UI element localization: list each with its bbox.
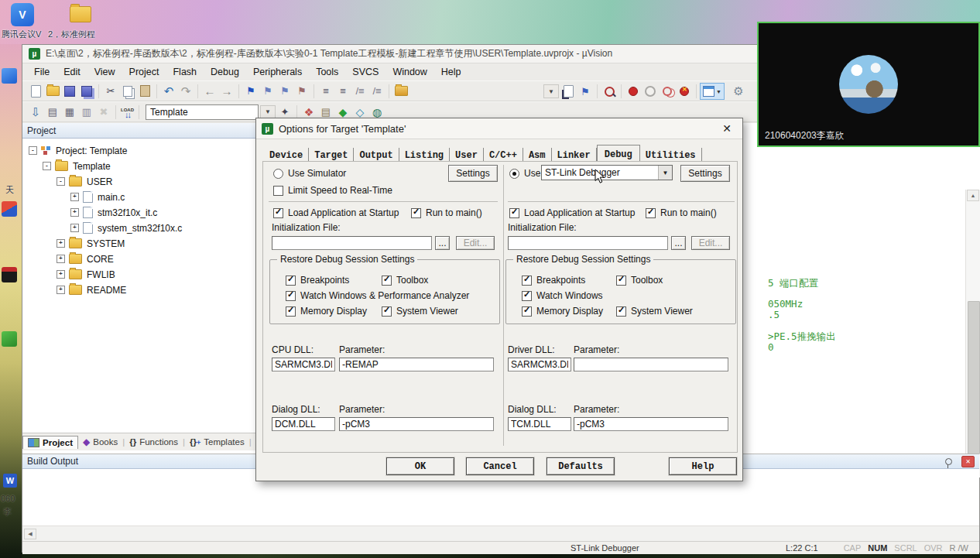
simulator-settings-button[interactable]: Settings xyxy=(448,165,498,182)
desktop-shortcut-icon[interactable] xyxy=(2,201,17,217)
tree-item-main-c[interactable]: + main.c xyxy=(70,190,125,204)
menu-debug[interactable]: Debug xyxy=(204,65,246,79)
tab-functions[interactable]: {} Functions xyxy=(125,436,183,448)
expand-expander[interactable]: + xyxy=(70,224,79,232)
bookmark-clear-all-icon[interactable]: ⚑ xyxy=(294,84,310,99)
collapse-expander[interactable]: - xyxy=(29,146,37,155)
edit-button-right[interactable]: Edit... xyxy=(691,236,730,250)
combobox-dropdown-icon[interactable]: ▼ xyxy=(658,166,672,180)
paste-icon[interactable] xyxy=(137,84,152,99)
uncomment-icon[interactable]: /≡ xyxy=(369,84,385,99)
save-all-icon[interactable] xyxy=(79,84,94,99)
tree-item-system-group[interactable]: + SYSTEM xyxy=(57,236,125,251)
file-search-icon[interactable] xyxy=(560,84,576,99)
desktop-shortcut-icon[interactable] xyxy=(2,68,17,84)
menu-edit[interactable]: Edit xyxy=(57,65,87,79)
use-simulator-radio[interactable]: Use Simulator xyxy=(273,168,346,179)
target-dropdown-arrow-icon[interactable]: ▼ xyxy=(260,105,276,119)
expand-expander[interactable]: + xyxy=(57,270,65,279)
breakpoint-disable-all-icon[interactable] xyxy=(660,84,675,99)
build-output-horizontal-scrollbar[interactable]: ◀ xyxy=(22,525,979,542)
find-in-files-icon[interactable] xyxy=(393,84,409,99)
browse-button-right[interactable]: ... xyxy=(671,236,686,250)
menu-view[interactable]: View xyxy=(87,65,122,79)
driver-dll-input[interactable] xyxy=(508,358,571,371)
cpu-parameter-input[interactable] xyxy=(339,358,494,371)
ok-button[interactable]: OK xyxy=(386,457,454,475)
translate-icon[interactable]: ⇩ xyxy=(28,104,43,120)
stop-build-icon[interactable]: ✖ xyxy=(96,104,111,120)
menu-svcs[interactable]: SVCS xyxy=(345,65,385,79)
expand-expander[interactable]: + xyxy=(70,193,79,201)
dropdown-arrow-icon[interactable]: ▼ xyxy=(543,84,559,98)
pin-icon[interactable] xyxy=(945,458,952,465)
defaults-button[interactable]: Defaults xyxy=(547,457,615,475)
menu-window[interactable]: Window xyxy=(385,65,433,79)
toolbox-checkbox-left[interactable]: Toolbox xyxy=(382,275,428,286)
indent-left-icon[interactable]: ≡ xyxy=(318,84,334,99)
nav-forward-icon[interactable]: → xyxy=(219,84,235,99)
rebuild-all-icon[interactable]: ▦ xyxy=(62,104,77,120)
tree-item-system-stm32f10x-c[interactable]: + system_stm32f10x.c xyxy=(70,221,182,235)
desktop-shortcut-icon[interactable] xyxy=(2,267,17,282)
dialog-close-icon[interactable]: ✕ xyxy=(716,122,738,135)
window-layout-icon[interactable]: ▼ xyxy=(700,83,725,100)
bookmark-toggle-icon[interactable]: ⚑ xyxy=(243,84,259,99)
menu-file[interactable]: File xyxy=(27,65,57,79)
help-button[interactable]: Help xyxy=(669,457,737,475)
debugger-settings-button[interactable]: Settings xyxy=(680,165,730,182)
menu-flash[interactable]: Flash xyxy=(166,65,204,79)
init-file-input-right[interactable] xyxy=(508,236,668,250)
editor-vertical-scrollbar[interactable]: ▲ ▼ xyxy=(965,190,980,478)
load-application-checkbox-right[interactable]: Load Application at Startup xyxy=(509,207,635,218)
dialog-parameter-input-right[interactable] xyxy=(574,417,728,431)
breakpoint-enable-icon[interactable] xyxy=(642,84,658,99)
collapse-expander[interactable]: - xyxy=(57,177,65,186)
tab-templates[interactable]: {}+ Templates xyxy=(185,436,249,448)
load-application-checkbox-left[interactable]: Load Application at Startup xyxy=(273,207,399,218)
scrollbar-thumb[interactable] xyxy=(968,301,980,454)
expand-expander[interactable]: + xyxy=(70,208,79,217)
cancel-button[interactable]: Cancel xyxy=(466,457,534,475)
indent-right-icon[interactable]: ≡ xyxy=(335,84,351,99)
watch-windows-checkbox-left[interactable]: Watch Windows & Performance Analyzer xyxy=(286,290,469,301)
tree-item-stm32f10x-it-c[interactable]: + stm32f10x_it.c xyxy=(70,205,157,220)
tree-item-core-group[interactable]: + CORE xyxy=(57,252,114,266)
system-viewer-checkbox-right[interactable]: System Viewer xyxy=(616,306,693,317)
undo-icon[interactable]: ↶ xyxy=(161,84,176,99)
cpu-dll-input[interactable] xyxy=(272,358,335,371)
start-debug-session-icon[interactable]: ⚑ xyxy=(577,84,593,99)
breakpoints-checkbox-left[interactable]: Breakpoints xyxy=(286,275,349,286)
init-file-input-left[interactable] xyxy=(272,236,432,250)
word-document-icon[interactable]: W xyxy=(3,474,17,488)
redo-icon[interactable]: ↷ xyxy=(178,84,194,99)
bookmark-next-icon[interactable]: ⚑ xyxy=(277,84,293,99)
build-icon[interactable]: ▤ xyxy=(45,104,60,120)
close-panel-icon[interactable]: ✕ xyxy=(961,456,975,467)
tab-books[interactable]: ◆ Books xyxy=(78,435,122,449)
dialog-dll-input-left[interactable] xyxy=(272,417,335,431)
find-icon[interactable] xyxy=(601,84,617,99)
run-to-main-checkbox-right[interactable]: Run to main() xyxy=(646,207,717,218)
run-to-main-checkbox-left[interactable]: Run to main() xyxy=(411,207,482,218)
edit-button-left[interactable]: Edit... xyxy=(456,236,495,250)
cut-icon[interactable]: ✂ xyxy=(103,84,118,99)
debugger-select-combobox[interactable]: ST-Link Debugger ▼ xyxy=(541,165,673,180)
desktop-folder-icon[interactable] xyxy=(70,6,91,22)
tree-item-readme-group[interactable]: + README xyxy=(57,282,126,297)
use-debugger-radio[interactable]: Use: xyxy=(509,168,543,179)
expand-expander[interactable]: + xyxy=(57,239,65,248)
dialog-titlebar[interactable]: µ Options for Target 'Template' xyxy=(256,118,742,139)
browse-button-left[interactable]: ... xyxy=(435,236,450,250)
bookmark-prev-icon[interactable]: ⚑ xyxy=(260,84,276,99)
driver-parameter-input[interactable] xyxy=(574,358,728,371)
limit-speed-checkbox[interactable]: Limit Speed to Real-Time xyxy=(273,185,392,196)
tree-item-user-group[interactable]: - USER xyxy=(57,174,112,189)
breakpoints-checkbox-right[interactable]: Breakpoints xyxy=(522,275,585,286)
dialog-parameter-input-left[interactable] xyxy=(339,417,494,431)
comment-icon[interactable]: /≡ xyxy=(352,84,368,99)
target-select-combobox[interactable]: Template xyxy=(146,104,259,120)
desktop-shortcut-icon[interactable] xyxy=(2,331,17,347)
copy-icon[interactable] xyxy=(120,84,135,99)
collapse-expander[interactable]: - xyxy=(43,162,51,170)
